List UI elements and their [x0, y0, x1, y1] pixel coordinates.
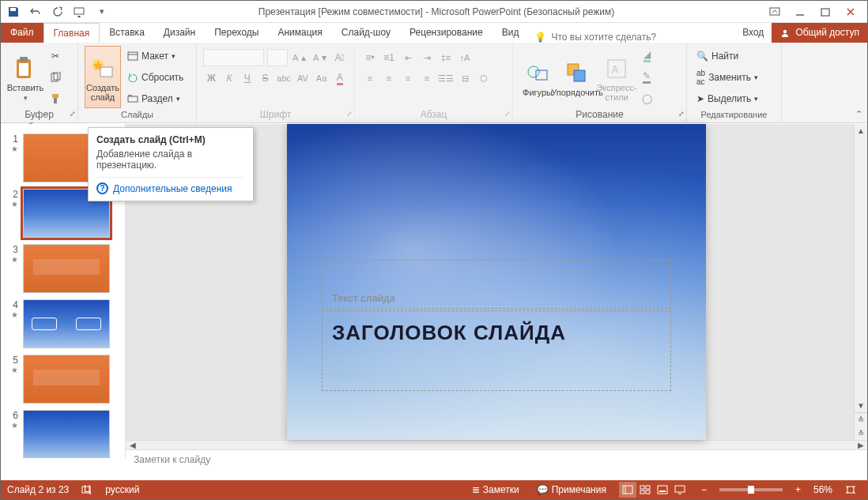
- thumbnail-item[interactable]: 6★: [1, 407, 125, 458]
- increase-font-button[interactable]: A▴: [291, 49, 308, 66]
- justify-button[interactable]: ≡: [418, 70, 436, 87]
- tooltip-help-link[interactable]: ? Дополнительные сведения: [96, 177, 245, 194]
- signin-button[interactable]: Вход: [734, 23, 772, 43]
- zoom-slider[interactable]: [719, 488, 783, 491]
- tell-me-search[interactable]: 💡 Что вы хотите сделать?: [534, 32, 656, 43]
- dialog-launcher-icon[interactable]: ⤢: [346, 107, 353, 120]
- bullets-button[interactable]: ≡•: [361, 49, 379, 66]
- numbering-button[interactable]: ≡1: [380, 49, 398, 66]
- share-button[interactable]: Общий доступ: [772, 23, 867, 43]
- select-button[interactable]: ➤Выделить▾: [693, 90, 761, 107]
- next-slide-icon[interactable]: ≛: [855, 427, 867, 440]
- text-direction-button[interactable]: ↕A: [456, 49, 474, 66]
- status-language[interactable]: русский: [105, 484, 139, 495]
- tab-insert[interactable]: Вставка: [100, 23, 154, 43]
- clear-format-button[interactable]: A⃠: [332, 49, 348, 66]
- find-button[interactable]: 🔍Найти: [693, 47, 761, 65]
- char-spacing-button[interactable]: AV: [294, 70, 311, 87]
- replace-button[interactable]: abacЗаменить▾: [693, 69, 761, 86]
- subtitle-placeholder[interactable]: Текст слайда: [322, 260, 671, 309]
- font-color-button[interactable]: A: [331, 70, 348, 87]
- status-slide-count[interactable]: Слайд 2 из 23: [7, 484, 69, 495]
- shape-effects-button[interactable]: ◯: [638, 90, 655, 107]
- notes-pane[interactable]: Заметки к слайду: [126, 449, 867, 468]
- scroll-right-icon[interactable]: ▶: [854, 441, 867, 449]
- format-painter-button[interactable]: [47, 90, 64, 107]
- prev-slide-icon[interactable]: ≜: [855, 413, 867, 427]
- new-slide-button[interactable]: Создать слайд: [85, 46, 121, 108]
- maximize-icon[interactable]: [820, 6, 831, 17]
- tab-animations[interactable]: Анимация: [268, 23, 331, 43]
- increase-indent-button[interactable]: ⇥: [418, 49, 436, 66]
- notes-toggle[interactable]: ≣Заметки: [467, 484, 524, 495]
- minimize-icon[interactable]: [794, 6, 806, 17]
- normal-view-button[interactable]: [619, 482, 636, 498]
- quick-styles-button[interactable]: Экспресс- стили: [598, 46, 635, 108]
- cut-button[interactable]: ✂: [47, 47, 64, 65]
- thumbnail-preview[interactable]: [23, 244, 110, 293]
- save-icon[interactable]: [7, 6, 20, 18]
- thumbnail-preview[interactable]: [23, 355, 110, 404]
- thumbnail-item[interactable]: 3★: [1, 241, 125, 296]
- title-placeholder[interactable]: ЗАГОЛОВОК СЛАЙДА: [322, 310, 671, 391]
- horizontal-scrollbar[interactable]: ◀ ▶: [126, 440, 867, 449]
- reading-view-button[interactable]: [654, 482, 671, 498]
- scroll-left-icon[interactable]: ◀: [126, 441, 139, 449]
- vertical-scrollbar[interactable]: ▲ ▼ ≜ ≛: [854, 124, 867, 440]
- undo-icon[interactable]: [29, 6, 42, 18]
- paste-button[interactable]: Вставить ▾: [7, 46, 43, 108]
- tab-review[interactable]: Рецензирование: [400, 23, 492, 43]
- qat-customize-icon[interactable]: ▾: [96, 6, 108, 18]
- start-slideshow-icon[interactable]: [74, 6, 86, 18]
- tab-slideshow[interactable]: Слайд-шоу: [332, 23, 400, 43]
- align-text-button[interactable]: ⊟: [456, 70, 474, 87]
- thumbnail-item[interactable]: 5★: [1, 352, 125, 407]
- shape-outline-button[interactable]: ✎: [638, 69, 655, 86]
- zoom-in-button[interactable]: +: [791, 484, 806, 495]
- scroll-up-icon[interactable]: ▲: [855, 124, 867, 137]
- italic-button[interactable]: К: [221, 70, 238, 87]
- ribbon-options-icon[interactable]: [769, 6, 780, 17]
- dialog-launcher-icon[interactable]: ⤢: [504, 107, 511, 120]
- collapse-ribbon-icon[interactable]: ⌃: [855, 109, 862, 119]
- change-case-button[interactable]: Aa: [313, 70, 330, 87]
- align-left-button[interactable]: ≡: [361, 70, 379, 87]
- dialog-launcher-icon[interactable]: ⤢: [678, 107, 685, 120]
- slideshow-view-button[interactable]: [671, 482, 689, 498]
- close-icon[interactable]: [845, 6, 856, 17]
- tab-file[interactable]: Файл: [1, 23, 43, 43]
- section-button[interactable]: Раздел▾: [124, 90, 187, 107]
- thumbnail-preview[interactable]: [23, 410, 110, 458]
- fit-window-button[interactable]: [840, 485, 861, 494]
- shadow-button[interactable]: abc: [275, 70, 292, 87]
- columns-button[interactable]: ☰☰: [437, 70, 455, 87]
- reset-button[interactable]: Сбросить: [124, 69, 187, 86]
- sorter-view-button[interactable]: [636, 482, 654, 498]
- underline-button[interactable]: Ч: [239, 70, 255, 87]
- bold-button[interactable]: Ж: [203, 70, 220, 87]
- shape-fill-button[interactable]: ◢: [638, 47, 655, 65]
- line-spacing-button[interactable]: ‡≡: [437, 49, 455, 66]
- arrange-button[interactable]: Упорядочить: [559, 46, 595, 108]
- align-right-button[interactable]: ≡: [399, 70, 417, 87]
- scroll-down-icon[interactable]: ▼: [855, 399, 867, 412]
- comments-toggle[interactable]: 💬Примечания: [532, 484, 611, 495]
- align-center-button[interactable]: ≡: [380, 70, 398, 87]
- spellcheck-icon[interactable]: Ц: [77, 484, 97, 495]
- shapes-button[interactable]: Фигуры: [519, 46, 556, 108]
- smartart-button[interactable]: ⬡: [475, 70, 492, 87]
- tab-view[interactable]: Вид: [492, 23, 529, 43]
- thumbnail-item[interactable]: 4★: [1, 296, 125, 352]
- dialog-launcher-icon[interactable]: ⤢: [70, 107, 76, 120]
- tab-home[interactable]: Главная: [43, 23, 100, 43]
- zoom-level[interactable]: 56%: [813, 484, 832, 495]
- thumbnail-preview[interactable]: [23, 299, 110, 348]
- slide-canvas[interactable]: Текст слайда ЗАГОЛОВОК СЛАЙДА: [287, 124, 706, 440]
- tab-transitions[interactable]: Переходы: [205, 23, 268, 43]
- redo-icon[interactable]: [51, 6, 64, 18]
- copy-button[interactable]: [47, 69, 64, 86]
- tab-design[interactable]: Дизайн: [154, 23, 205, 43]
- font-family-combo[interactable]: [203, 49, 264, 66]
- zoom-out-button[interactable]: −: [696, 484, 711, 495]
- font-size-combo[interactable]: [267, 49, 288, 66]
